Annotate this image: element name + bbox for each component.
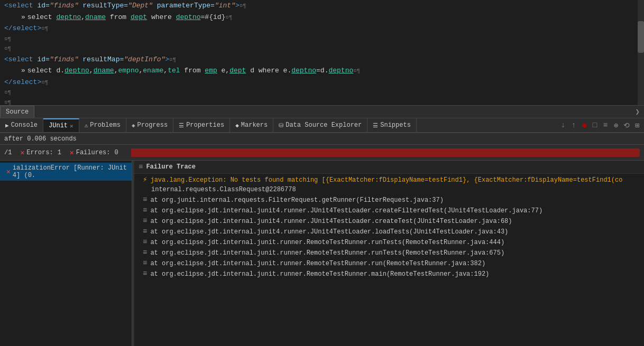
tab-problems-label: Problems [90, 121, 121, 129]
code-line-5: ¤¶ [0, 44, 638, 54]
trace-bullet-0: ⚡ [143, 175, 147, 184]
trace-text-9: at org.eclipse.jdt.internal.junit.runner… [150, 270, 489, 278]
trace-line-5[interactable]: ≡ at org.eclipse.jdt.internal.junit4.run… [134, 226, 644, 237]
trace-bullet-5: ≡ [143, 227, 147, 236]
junit-status-bar: after 0.006 seconds [0, 133, 644, 145]
tab-datasource[interactable]: ⛁ Data Source Explorer [273, 118, 367, 132]
trace-text-6: at org.eclipse.jdt.internal.junit.runner… [150, 239, 504, 246]
tab-console-label: Console [11, 121, 38, 129]
test-tree-pane: ✕ ializationError [Runner: JUnit 4] (0. [0, 161, 132, 346]
code-line-9: ¤¶ [0, 88, 638, 98]
tab-progress-label: Progress [137, 121, 168, 129]
trace-text-5: at org.eclipse.jdt.internal.junit4.runne… [150, 228, 508, 236]
action-rerun[interactable]: ≡ [601, 120, 610, 130]
errors-label: Errors: [26, 149, 53, 156]
tab-junit-close[interactable]: ✕ [70, 123, 73, 129]
tree-item-label: ializationError [Runner: JUnit 4] (0. [13, 164, 127, 179]
action-stop[interactable]: ⊗ [579, 120, 589, 130]
tab-markers-label: Markers [241, 121, 268, 129]
code-line-4: ¤¶ [0, 34, 638, 44]
panel-tab-bar: ▶ Console JUnit ✕ ⚠ Problems ◈ Progress … [0, 118, 644, 133]
progress-icon: ◈ [132, 122, 135, 129]
failure-trace-title: Failure Trace [146, 163, 196, 171]
trace-bullet-3: ≡ [143, 206, 147, 214]
snippets-icon: ☰ [373, 122, 378, 129]
trace-bullet-6: ≡ [143, 238, 147, 246]
trace-line-1: internal.requests.ClassRequest@2286778 [134, 185, 644, 194]
trace-text-7: at org.eclipse.jdt.internal.junit.runner… [150, 249, 504, 257]
trace-text-2: at org.junit.internal.requests.FilterReq… [150, 197, 444, 204]
code-line-1: <select id="finds" resultType="Dept" par… [0, 0, 638, 12]
problems-icon: ⚠ [85, 122, 88, 129]
split-panel: ✕ ializationError [Runner: JUnit 4] (0. … [0, 161, 644, 346]
trace-line-4[interactable]: ≡ at org.eclipse.jdt.internal.junit4.run… [134, 216, 644, 226]
tab-junit-label: JUnit [49, 122, 68, 129]
trace-text-4: at org.eclipse.jdt.internal.junit4.runne… [150, 218, 512, 225]
trace-bullet-9: ≡ [143, 269, 147, 278]
errors-badge: ✕ Errors: 1 [20, 148, 61, 157]
source-tab-bar: Source ❯ [0, 106, 644, 118]
failure-trace-header: ≡ Failure Trace [134, 161, 644, 174]
scrollbar-thumb[interactable] [638, 21, 644, 53]
action-rerun-failed[interactable]: □ [590, 120, 600, 130]
trace-line-0: ⚡ java.lang.Exception: No tests found ma… [134, 174, 644, 185]
trace-line-9[interactable]: ≡ at org.eclipse.jdt.internal.junit.runn… [134, 268, 644, 279]
failures-count: 0 [115, 149, 118, 156]
code-line-2: » select deptno , dname from dept where … [0, 12, 638, 23]
markers-icon: ◆ [235, 122, 239, 129]
progress-bar [131, 148, 640, 157]
tab-snippets-label: Snippets [380, 121, 411, 129]
datasource-icon: ⛁ [279, 122, 283, 129]
tree-error-icon: ✕ [6, 167, 11, 176]
tab-snippets[interactable]: ☰ Snippets [367, 118, 417, 132]
action-history[interactable]: ⊕ [611, 120, 621, 130]
failures-label: Failures: [76, 149, 111, 156]
status-text: after 0.006 seconds [4, 135, 77, 143]
trace-line-8[interactable]: ≡ at org.eclipse.jdt.internal.junit.runn… [134, 258, 644, 268]
panel-actions: ↓ ↑ ⊗ □ ≡ ⊕ ⟲ ⊞ [558, 118, 644, 132]
code-line-6: <select id="finds" resultMap="deptInfo" … [0, 54, 638, 66]
trace-line-3[interactable]: ≡ at org.eclipse.jdt.internal.junit4.run… [134, 205, 644, 216]
failure-trace-icon: ≡ [139, 163, 143, 171]
tab-properties[interactable]: ☰ Properties [173, 118, 230, 132]
trace-text-3: at org.eclipse.jdt.internal.junit4.runne… [150, 207, 542, 214]
tree-item-root[interactable]: ✕ ializationError [Runner: JUnit 4] (0. [0, 163, 132, 181]
trace-bullet-4: ≡ [143, 217, 147, 225]
code-line-10: ¤¶ [0, 98, 638, 106]
code-line-8: </ select > ¤¶ [0, 77, 638, 88]
trace-text-1: internal.requests.ClassRequest@2286778 [151, 186, 296, 193]
tab-progress[interactable]: ◈ Progress [126, 118, 173, 132]
failure-trace-pane: ≡ Failure Trace ⚡ java.lang.Exception: N… [134, 161, 644, 346]
action-refresh[interactable]: ⟲ [622, 120, 631, 130]
action-down[interactable]: ↓ [558, 120, 568, 130]
trace-line-2[interactable]: ≡ at org.junit.internal.requests.FilterR… [134, 194, 644, 205]
source-scroll-right[interactable]: ❯ [636, 107, 640, 116]
failure-icon: ✕ [70, 148, 74, 157]
errors-count: 1 [58, 149, 61, 156]
tab-problems[interactable]: ⚠ Problems [79, 118, 126, 132]
source-tab-label: Source [6, 108, 29, 116]
failures-badge: ✕ Failures: 0 [70, 148, 118, 157]
tab-console[interactable]: ▶ Console [0, 118, 43, 132]
tab-junit[interactable]: JUnit ✕ [43, 118, 79, 132]
action-expand[interactable]: ⊞ [632, 120, 642, 130]
tab-datasource-label: Data Source Explorer [286, 121, 362, 129]
action-up[interactable]: ↑ [569, 120, 578, 130]
code-editor: <select id="finds" resultType="Dept" par… [0, 0, 644, 106]
trace-line-7[interactable]: ≡ at org.eclipse.jdt.internal.junit.runn… [134, 247, 644, 258]
trace-bullet-8: ≡ [143, 259, 147, 267]
trace-text-0: java.lang.Exception: No tests found matc… [150, 176, 622, 184]
tab-properties-label: Properties [186, 121, 224, 129]
code-line-7: » select d.deptno , dname , empno , enam… [0, 65, 638, 77]
run-count: /1 [4, 149, 12, 156]
source-tab[interactable]: Source [0, 106, 34, 118]
trace-bullet-7: ≡ [143, 248, 147, 257]
error-icon: ✕ [20, 148, 24, 157]
editor-scrollbar[interactable] [638, 0, 644, 105]
code-line-3: </ select > ¤¶ [0, 23, 638, 34]
trace-line-6[interactable]: ≡ at org.eclipse.jdt.internal.junit.runn… [134, 237, 644, 247]
tab-markers[interactable]: ◆ Markers [230, 118, 273, 132]
results-bar: /1 ✕ Errors: 1 ✕ Failures: 0 [0, 145, 644, 161]
console-icon: ▶ [5, 122, 9, 129]
properties-icon: ☰ [179, 122, 184, 129]
